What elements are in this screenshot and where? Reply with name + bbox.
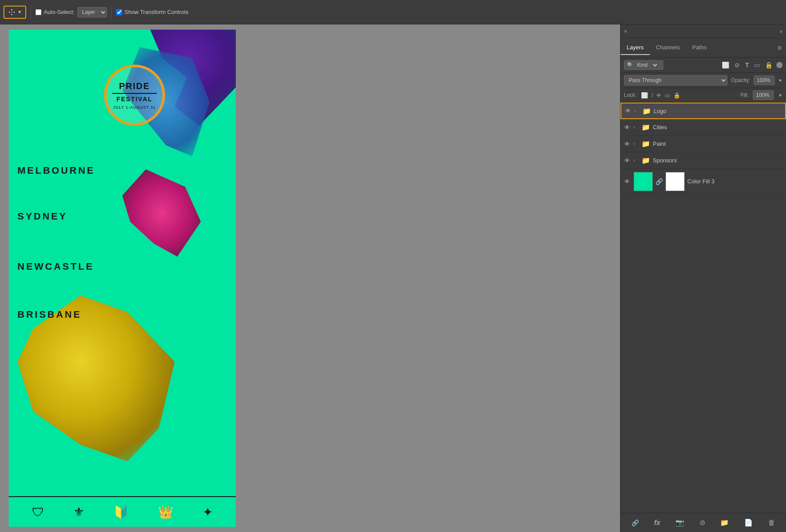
svg-rect-0	[11, 12, 12, 13]
logo-festival-text: FESTIVAL	[117, 96, 153, 103]
logo-divider	[112, 93, 157, 94]
opacity-input[interactable]	[754, 76, 775, 85]
layer-cities-folder-icon: 📁	[641, 123, 650, 131]
show-transform-text: Show Transform Controls	[124, 9, 189, 15]
panel-close-button[interactable]: ×	[624, 28, 627, 34]
tab-channels[interactable]: Channels	[650, 41, 686, 55]
layer-chain-icon: 🔗	[655, 178, 663, 185]
filter-icons: ⬜ ⊘ T ▭ 🔒	[720, 61, 783, 69]
lock-pixel-button[interactable]: ⬜	[641, 92, 648, 99]
opacity-dropdown-arrow[interactable]: ▼	[778, 78, 783, 83]
layer-logo-visibility[interactable]: 👁	[624, 107, 632, 114]
layer-sponsors-folder-icon: 📁	[641, 156, 650, 165]
canvas-area[interactable]: PRIDE FESTIVAL JULY 1-AUGUST 31 MELBOURN…	[0, 24, 620, 532]
layer-paint-expand[interactable]: ›	[634, 141, 639, 146]
layer-sponsors-visibility[interactable]: 👁	[623, 157, 631, 164]
layer-cities-visibility[interactable]: 👁	[623, 124, 631, 131]
layer-cities-name: Cities	[653, 124, 783, 130]
layer-logo-name: Logo	[654, 108, 783, 114]
layer-item-paint[interactable]: 👁 › 📁 Paint	[621, 136, 786, 152]
layer-colorfill-thumb-green	[634, 172, 653, 191]
layer-item-logo[interactable]: 👁 › 📁 Logo	[621, 103, 786, 119]
layer-logo-folder-icon: 📁	[642, 107, 651, 115]
fill-input[interactable]	[753, 90, 774, 100]
lock-draw-button[interactable]: /	[652, 92, 653, 99]
logo-circle: PRIDE FESTIVAL JULY 1-AUGUST 31	[104, 65, 165, 126]
filter-search-dropdown[interactable]: 🔍 Kind Name	[624, 60, 663, 70]
pink-splash	[122, 169, 201, 257]
lock-label: Lock:	[624, 92, 637, 98]
lock-artboard-button[interactable]: ▭	[665, 92, 670, 99]
lock-row: Lock: ⬜ / ✛ ▭ 🔒 Fill: ▼	[621, 88, 786, 103]
panel-titlebar-icons: »	[779, 28, 783, 34]
adjustment-button[interactable]: ⊘	[697, 518, 708, 528]
tab-paths[interactable]: Paths	[686, 41, 713, 55]
blend-mode-select[interactable]: Pass Through Normal Multiply Screen Over…	[624, 75, 727, 86]
panel-collapse-button[interactable]: »	[779, 28, 783, 34]
panel-titlebar: × »	[621, 24, 786, 38]
new-group-button[interactable]: 📁	[717, 518, 731, 528]
layer-colorfill-thumb-white	[665, 172, 685, 191]
footer-crest-icon: 🔰	[114, 505, 129, 519]
new-fill-button[interactable]: 📷	[673, 518, 687, 528]
separator-2	[111, 6, 112, 19]
layer-item-sponsors[interactable]: 👁 › 📁 Sponsors	[621, 152, 786, 169]
layer-logo-expand[interactable]: ›	[634, 109, 640, 113]
filter-circle-icon[interactable]	[776, 62, 783, 68]
filter-smartobj-icon[interactable]: 🔒	[764, 61, 774, 69]
move-tool-button[interactable]: ▼	[3, 6, 26, 19]
search-icon: 🔍	[627, 62, 634, 68]
layer-paint-visibility[interactable]: 👁	[623, 141, 631, 148]
filter-adjust-icon[interactable]: ⊘	[733, 61, 741, 69]
layer-colorfill-visibility[interactable]: 👁	[623, 178, 631, 185]
filter-row: 🔍 Kind Name ⬜ ⊘ T ▭ 🔒	[621, 58, 786, 73]
auto-select-text: Auto-Select:	[44, 9, 75, 15]
filter-pixel-icon[interactable]: ⬜	[720, 61, 731, 69]
fill-dropdown-arrow[interactable]: ▼	[778, 93, 783, 98]
main-area: PRIDE FESTIVAL JULY 1-AUGUST 31 MELBOURN…	[0, 24, 786, 532]
layer-paint-name: Paint	[653, 141, 783, 147]
footer-emblem-icon: ⚜	[73, 505, 84, 519]
logo-date-text: JULY 1-AUGUST 31	[113, 105, 156, 110]
logo-pride-text: PRIDE	[119, 81, 150, 91]
blend-mode-row: Pass Through Normal Multiply Screen Over…	[621, 73, 786, 88]
fill-label: Fill:	[740, 92, 748, 98]
city-melbourne: MELBOURNE	[17, 165, 95, 176]
layer-sponsors-expand[interactable]: ›	[634, 158, 639, 163]
move-icon	[8, 8, 16, 16]
panel-tab-menu-button[interactable]: ≡	[778, 44, 786, 52]
lock-move-button[interactable]: ✛	[656, 92, 661, 99]
separator-1	[31, 6, 31, 19]
filter-kind-select[interactable]: Kind Name	[635, 62, 658, 69]
show-transform-label[interactable]: Show Transform Controls	[116, 9, 189, 15]
layers-list[interactable]: 👁 › 📁 Logo 👁 › 📁 Cities 👁 › 📁 Paint	[621, 103, 786, 513]
link-layers-button[interactable]: 🔗	[629, 518, 641, 527]
tab-layers[interactable]: Layers	[621, 41, 650, 55]
auto-select-label[interactable]: Auto-Select:	[35, 9, 75, 15]
artboard: PRIDE FESTIVAL JULY 1-AUGUST 31 MELBOURN…	[9, 30, 236, 527]
show-transform-checkbox[interactable]	[116, 9, 122, 15]
fx-button[interactable]: fx	[652, 518, 663, 528]
footer-shield-icon: 🛡	[32, 505, 44, 519]
new-layer-button[interactable]: 📄	[741, 518, 755, 528]
delete-layer-button[interactable]: 🗑	[765, 518, 778, 528]
layer-select[interactable]: Layer Group	[77, 7, 107, 17]
artboard-footer: 🛡 ⚜ 🔰 👑 ✦	[9, 496, 236, 527]
layer-paint-folder-icon: 📁	[641, 140, 650, 148]
lock-all-button[interactable]: 🔒	[673, 92, 680, 99]
layer-item-colorfill[interactable]: 👁 🔗 Color Fill 3	[621, 169, 786, 194]
opacity-label: Opacity:	[731, 77, 750, 83]
filter-type-icon[interactable]: T	[744, 61, 750, 69]
layers-panel: × » Layers Channels Paths ≡ 🔍	[620, 24, 786, 532]
lock-icons: ⬜ / ✛ ▭ 🔒	[641, 92, 681, 99]
panel-footer: 🔗 fx 📷 ⊘ 📁 📄 🗑	[621, 513, 786, 532]
layer-cities-expand[interactable]: ›	[634, 125, 639, 130]
layer-item-cities[interactable]: 👁 › 📁 Cities	[621, 119, 786, 136]
auto-select-checkbox[interactable]	[35, 9, 41, 15]
toolbar: ▼ Auto-Select: Layer Group Show Transfor…	[0, 0, 786, 24]
filter-shape-icon[interactable]: ▭	[753, 61, 761, 69]
move-dropdown-arrow: ▼	[17, 10, 22, 14]
city-brisbane: BRISBANE	[17, 309, 82, 320]
yellow-splash	[17, 295, 175, 461]
panel-tabs: Layers Channels Paths ≡	[621, 38, 786, 58]
